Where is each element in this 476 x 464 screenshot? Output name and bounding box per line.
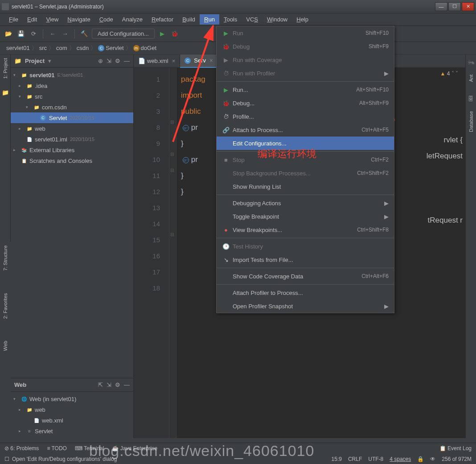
- crumb-doget[interactable]: mdoGet: [131, 45, 158, 52]
- build-icon[interactable]: 🔨: [79, 29, 89, 39]
- fold-gutter[interactable]: ⊟⊟⊟⊟: [169, 68, 176, 438]
- rail-ant[interactable]: Ant: [468, 75, 474, 82]
- menu-item-import-tests-from-file---[interactable]: ↘Import Tests from File...: [217, 253, 394, 266]
- crumb-servlet[interactable]: CServlet: [96, 45, 125, 52]
- menu-item-edit-configurations---[interactable]: Edit Configurations...: [217, 137, 394, 150]
- rail-folder-icon[interactable]: 📁: [0, 87, 10, 97]
- status-todo[interactable]: ≡ TODO: [47, 445, 67, 452]
- menu-window[interactable]: Window: [263, 14, 292, 25]
- menu-item-show-code-coverage-data[interactable]: Show Code Coverage DataCtrl+Alt+F6: [217, 269, 394, 283]
- web-tree[interactable]: ▾🌐Web (in servlet01)▸📁web📄web.xml▸≡Servl…: [11, 392, 133, 438]
- hide-icon[interactable]: —: [124, 58, 130, 64]
- save-icon[interactable]: 💾: [16, 29, 26, 39]
- rail-structure[interactable]: 7: Structure: [3, 245, 8, 271]
- menu-build[interactable]: Build: [178, 14, 200, 25]
- collapse-icon[interactable]: ⇲: [107, 58, 111, 64]
- separator: [43, 29, 43, 38]
- menu-view[interactable]: View: [41, 14, 63, 25]
- rail-web[interactable]: Web: [3, 341, 8, 351]
- menu-tools[interactable]: Tools: [219, 14, 242, 25]
- rail-project[interactable]: 1: Project: [3, 58, 8, 79]
- tree-item-web[interactable]: ▸📁web: [11, 123, 133, 134]
- crumb-csdn[interactable]: csdn: [75, 45, 90, 51]
- run-config-selector[interactable]: Add Configuration...: [92, 29, 155, 39]
- tree-item-servlet[interactable]: ▸≡Servlet: [11, 426, 133, 436]
- tree-item-src[interactable]: ▾📁src: [11, 91, 133, 102]
- rail-database[interactable]: Database: [468, 111, 474, 132]
- crumb-src[interactable]: src: [37, 45, 49, 51]
- menu-item-attach-profiler-to-process---[interactable]: Attach Profiler to Process...: [217, 286, 394, 299]
- menu-analyze[interactable]: Analyze: [118, 14, 147, 25]
- menubar: FileEditViewNavigateCodeAnalyzeRefactorB…: [0, 13, 476, 26]
- menu-refactor[interactable]: Refactor: [147, 14, 178, 25]
- right-tool-rail: 🐜 Ant 🗄 Database: [465, 54, 476, 438]
- tab-serv[interactable]: CServ×: [180, 54, 217, 68]
- debug-icon[interactable]: 🐞: [170, 29, 180, 39]
- menu-item-debugging-actions[interactable]: Debugging Actions▶: [217, 196, 394, 210]
- crumb-servlet01[interactable]: servlet01: [4, 45, 32, 51]
- menu-item-show-running-list[interactable]: Show Running List: [217, 180, 394, 193]
- inspection-badge[interactable]: ▲ 4 ˄ ˅: [440, 70, 458, 77]
- database-icon[interactable]: 🗄: [468, 95, 474, 102]
- maximize-button[interactable]: ☐: [448, 2, 461, 11]
- tree-item-web[interactable]: ▸📁web: [11, 404, 133, 415]
- menu-item-open-profiler-snapshot[interactable]: Open Profiler Snapshot▶: [217, 299, 394, 313]
- menu-code[interactable]: Code: [95, 14, 118, 25]
- ant-icon[interactable]: 🐜: [468, 59, 475, 66]
- open-icon[interactable]: 📂: [4, 29, 13, 39]
- rail-favorites[interactable]: 2: Favorites: [3, 293, 8, 319]
- indent[interactable]: 4 spaces: [390, 456, 411, 462]
- run-icon[interactable]: ▶: [157, 29, 167, 39]
- settings-icon[interactable]: ⚙: [115, 58, 120, 64]
- lock-icon[interactable]: 🔒: [417, 456, 424, 462]
- back-icon[interactable]: ←: [48, 29, 57, 39]
- tab-web-xml[interactable]: 📄web.xml×: [134, 54, 180, 68]
- menu-vcs[interactable]: VCS: [242, 14, 263, 25]
- window-title: servlet01 – Servlet.java (Administrator): [12, 4, 104, 10]
- tree-item--idea[interactable]: ▸📁.idea: [11, 80, 133, 91]
- menu-item-run---[interactable]: ▶Run...Alt+Shift+F10: [217, 83, 394, 96]
- hide-icon[interactable]: —: [124, 381, 130, 388]
- expand-icon[interactable]: ⇱: [98, 381, 103, 388]
- menu-run[interactable]: Run: [200, 14, 219, 25]
- line-separator[interactable]: CRLF: [348, 456, 362, 462]
- menu-file[interactable]: File: [4, 14, 23, 25]
- encoding[interactable]: UTF-8: [368, 456, 383, 462]
- tree-item-scratches-and-consoles[interactable]: 📋Scratches and Consoles: [11, 155, 133, 166]
- menu-navigate[interactable]: Navigate: [63, 14, 94, 25]
- memory-indicator[interactable]: 256 of 972M: [442, 456, 472, 462]
- cursor-position[interactable]: 15:9: [332, 456, 342, 462]
- status-problems[interactable]: ⊘ 6: Problems: [4, 445, 39, 452]
- menu-item-attach-to-process---[interactable]: 🔗Attach to Process...Ctrl+Alt+F5: [217, 123, 394, 137]
- code-content[interactable]: packagimportpublico↑ pr }o↑ pr }}: [176, 68, 210, 438]
- minimize-button[interactable]: —: [435, 2, 447, 11]
- event-log[interactable]: 📋 Event Log: [439, 445, 472, 452]
- settings-icon[interactable]: ⚙: [115, 381, 120, 388]
- menu-edit[interactable]: Edit: [23, 14, 41, 25]
- menu-item-debug---[interactable]: 🐞Debug...Alt+Shift+F9: [217, 96, 394, 110]
- menu-item-toggle-breakpoint[interactable]: Toggle Breakpoint▶: [217, 210, 394, 223]
- tree-item-servlet01-iml[interactable]: 📄servlet01.iml2020/10/15: [11, 134, 133, 145]
- collapse-icon[interactable]: ⇲: [107, 381, 111, 388]
- warning-icon: ▲: [440, 70, 445, 77]
- refresh-icon[interactable]: ⟳: [29, 29, 38, 39]
- tree-item-web-xml[interactable]: 📄web.xml: [11, 415, 133, 426]
- menu-help[interactable]: Help: [292, 14, 313, 25]
- crumb-com[interactable]: com: [54, 45, 69, 51]
- inspection-eye-icon[interactable]: 👁: [430, 456, 435, 462]
- run-menu-dropdown[interactable]: ▶RunShift+F10🐞DebugShift+F9▶Run with Cov…: [216, 26, 394, 313]
- tree-item-servlet01[interactable]: ▾📁servlet01E:\servlet01: [11, 70, 133, 80]
- tree-item-external-libraries[interactable]: ▸📚External Libraries: [11, 145, 133, 155]
- tree-item-web--in-servlet01-[interactable]: ▾🌐Web (in servlet01): [11, 394, 133, 404]
- status-terminal[interactable]: ⌨ Terminal: [75, 445, 104, 452]
- menu-item-profile---[interactable]: ⏱Profile...: [217, 110, 394, 123]
- target-icon[interactable]: ⊕: [98, 58, 103, 64]
- menu-item-view-breakpoints---[interactable]: ●View Breakpoints...Ctrl+Shift+F8: [217, 223, 394, 236]
- tree-item-com-csdn[interactable]: ▾📁com.csdn: [11, 102, 133, 112]
- separator: [74, 29, 75, 38]
- project-tree[interactable]: ▾📁servlet01E:\servlet01▸📁.idea▾📁src▾📁com…: [11, 68, 133, 378]
- tree-item-servlet[interactable]: CServlet2020/10/15: [11, 112, 133, 123]
- status-java-enterprise[interactable]: ☕ Java Enterprise: [112, 445, 157, 452]
- close-button[interactable]: ✕: [462, 2, 474, 11]
- forward-icon[interactable]: →: [60, 29, 70, 39]
